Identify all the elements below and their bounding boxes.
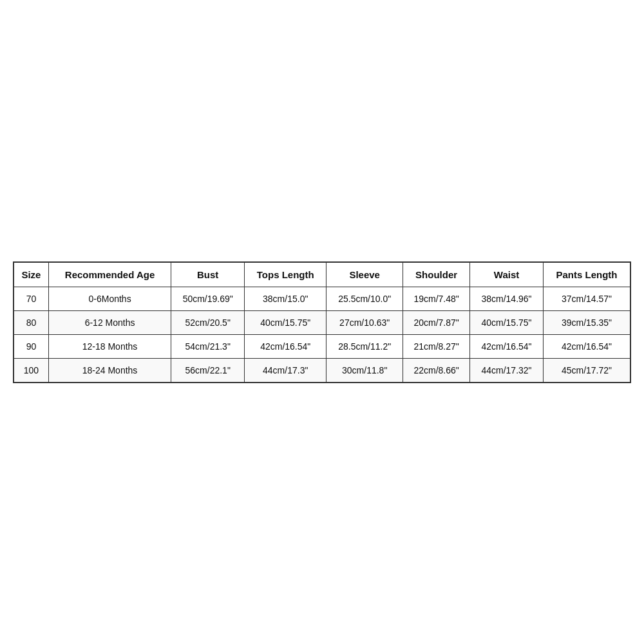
cell-tops-length: 40cm/15.75" [245,310,327,334]
cell-recommended-age: 6-12 Months [48,310,171,334]
cell-recommended-age: 12-18 Months [48,334,171,358]
cell-waist: 42cm/16.54" [470,334,544,358]
cell-recommended-age: 0-6Months [48,287,171,310]
cell-sleeve: 25.5cm/10.0" [327,287,403,310]
cell-waist: 38cm/14.96" [470,287,544,310]
cell-pants-length: 37cm/14.57" [543,287,630,310]
table-row: 9012-18 Months54cm/21.3"42cm/16.54"28.5c… [14,334,630,358]
cell-pants-length: 39cm/15.35" [543,310,630,334]
cell-tops-length: 38cm/15.0" [245,287,327,310]
cell-pants-length: 42cm/16.54" [543,334,630,358]
cell-tops-length: 42cm/16.54" [245,334,327,358]
header-waist: Waist [470,262,544,287]
cell-shoulder: 19cm/7.48" [403,287,470,310]
cell-pants-length: 45cm/17.72" [543,358,630,383]
cell-sleeve: 27cm/10.63" [327,310,403,334]
cell-sleeve: 28.5cm/11.2" [327,334,403,358]
cell-bust: 54cm/21.3" [171,334,245,358]
table-row: 806-12 Months52cm/20.5"40cm/15.75"27cm/1… [14,310,630,334]
header-tops-length: Tops Length [245,262,327,287]
cell-bust: 56cm/22.1" [171,358,245,383]
cell-waist: 44cm/17.32" [470,358,544,383]
header-size: Size [14,262,48,287]
cell-waist: 40cm/15.75" [470,310,544,334]
header-sleeve: Sleeve [327,262,403,287]
header-shoulder: Shoulder [403,262,470,287]
cell-bust: 50cm/19.69" [171,287,245,310]
cell-shoulder: 20cm/7.87" [403,310,470,334]
cell-tops-length: 44cm/17.3" [245,358,327,383]
cell-bust: 52cm/20.5" [171,310,245,334]
table-row: 10018-24 Months56cm/22.1"44cm/17.3"30cm/… [14,358,630,383]
cell-size: 80 [14,310,48,334]
header-pants-length: Pants Length [543,262,630,287]
header-recommended-age: Recommended Age [48,262,171,287]
cell-size: 90 [14,334,48,358]
cell-shoulder: 22cm/8.66" [403,358,470,383]
header-bust: Bust [171,262,245,287]
cell-size: 70 [14,287,48,310]
table-row: 700-6Months50cm/19.69"38cm/15.0"25.5cm/1… [14,287,630,310]
cell-recommended-age: 18-24 Months [48,358,171,383]
size-chart-container: Size Recommended Age Bust Tops Length Sl… [13,261,631,383]
table-header-row: Size Recommended Age Bust Tops Length Sl… [14,262,630,287]
cell-sleeve: 30cm/11.8" [327,358,403,383]
cell-shoulder: 21cm/8.27" [403,334,470,358]
size-chart-table: Size Recommended Age Bust Tops Length Sl… [13,261,631,383]
cell-size: 100 [14,358,48,383]
